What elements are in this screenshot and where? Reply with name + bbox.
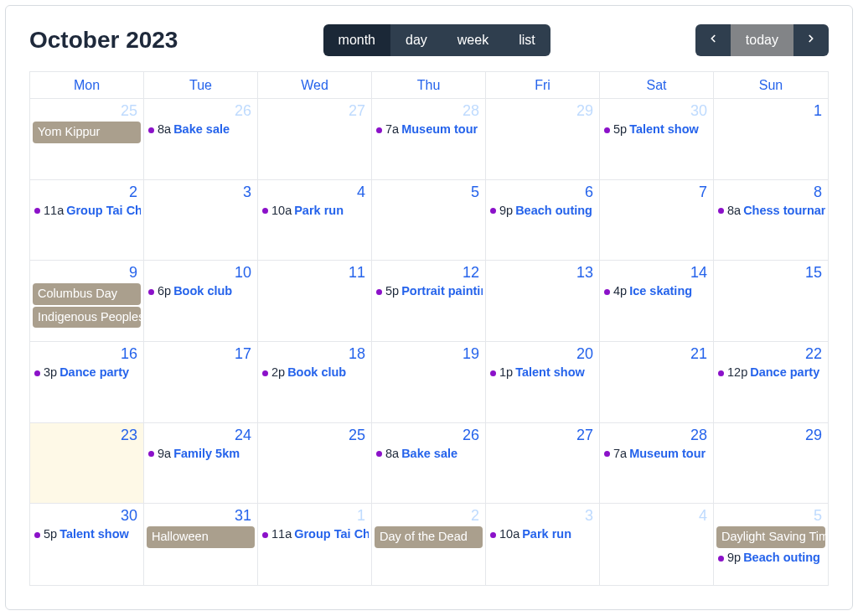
day-number[interactable]: 2: [375, 505, 483, 526]
event-timed[interactable]: 5pTalent show: [602, 122, 711, 138]
calendar-day[interactable]: 27: [258, 99, 372, 180]
calendar-day[interactable]: 23: [30, 423, 144, 505]
day-number[interactable]: 1: [261, 505, 369, 526]
calendar-day[interactable]: 125pPortrait painting: [372, 261, 486, 342]
calendar-day[interactable]: 7: [600, 180, 714, 261]
event-timed[interactable]: 2pBook club: [261, 365, 369, 381]
day-number[interactable]: 17: [147, 344, 255, 365]
calendar-day[interactable]: 25: [258, 423, 372, 505]
today-button[interactable]: today: [731, 24, 793, 56]
day-number[interactable]: 10: [147, 262, 255, 283]
calendar-day[interactable]: 27: [486, 423, 600, 505]
day-number[interactable]: 4: [602, 505, 711, 526]
event-timed[interactable]: 5pTalent show: [33, 526, 141, 543]
next-button[interactable]: [793, 24, 829, 56]
event-timed[interactable]: 7aMuseum tour: [602, 446, 711, 463]
day-number[interactable]: 18: [261, 344, 369, 365]
calendar-day[interactable]: 15: [714, 261, 828, 342]
event-timed[interactable]: 10aPark run: [261, 203, 369, 220]
calendar-day[interactable]: 11: [258, 261, 372, 342]
calendar-day[interactable]: 5: [372, 180, 486, 261]
day-number[interactable]: 26: [375, 425, 483, 446]
day-number[interactable]: 30: [602, 101, 711, 122]
calendar-day[interactable]: 3: [144, 180, 258, 261]
day-number[interactable]: 1: [716, 101, 825, 122]
day-number[interactable]: 9: [33, 262, 141, 283]
event-timed[interactable]: 6pBook club: [147, 283, 255, 300]
calendar-day[interactable]: 182pBook club: [258, 342, 372, 423]
day-number[interactable]: 31: [147, 505, 255, 526]
event-timed[interactable]: 10aPark run: [488, 526, 597, 543]
calendar-day[interactable]: 211aGroup Tai Chi: [30, 180, 144, 261]
calendar-day[interactable]: 287aMuseum tour: [600, 423, 714, 505]
event-allday[interactable]: Yom Kippur: [33, 122, 141, 143]
calendar-day[interactable]: 268aBake sale: [144, 99, 258, 180]
view-week-button[interactable]: week: [442, 24, 504, 56]
day-number[interactable]: 28: [602, 425, 711, 446]
calendar-day[interactable]: 2212pDance party: [714, 342, 828, 423]
day-number[interactable]: 3: [147, 182, 255, 203]
calendar-day[interactable]: 305pTalent show: [30, 504, 144, 585]
event-timed[interactable]: 7aMuseum tour: [375, 122, 483, 138]
event-timed[interactable]: 9pBeach outing: [716, 550, 825, 567]
day-number[interactable]: 28: [375, 101, 483, 122]
day-number[interactable]: 3: [488, 505, 597, 526]
calendar-day[interactable]: 2Day of the Dead: [372, 504, 486, 585]
calendar-day[interactable]: 144pIce skating: [600, 261, 714, 342]
event-timed[interactable]: 11aGroup Tai Chi: [261, 526, 369, 543]
calendar-day[interactable]: 249aFamily 5km: [144, 423, 258, 505]
calendar-day[interactable]: 29: [486, 99, 600, 180]
event-allday[interactable]: Indigenous Peoples' Day: [33, 307, 141, 329]
day-number[interactable]: 29: [716, 425, 825, 446]
calendar-day[interactable]: 31Halloween: [144, 504, 258, 585]
event-timed[interactable]: 9pBeach outing: [488, 203, 597, 220]
event-timed[interactable]: 9aFamily 5km: [147, 446, 255, 463]
event-allday[interactable]: Day of the Dead: [375, 526, 483, 548]
calendar-day[interactable]: 9Columbus DayIndigenous Peoples' Day: [30, 261, 144, 342]
day-number[interactable]: 21: [602, 344, 711, 365]
calendar-day[interactable]: 305pTalent show: [600, 99, 714, 180]
event-timed[interactable]: 4pIce skating: [602, 283, 711, 300]
day-number[interactable]: 30: [33, 505, 141, 526]
day-number[interactable]: 6: [488, 182, 597, 203]
calendar-day[interactable]: 163pDance party: [30, 342, 144, 423]
day-number[interactable]: 29: [488, 101, 597, 122]
event-timed[interactable]: 11aGroup Tai Chi: [33, 203, 141, 220]
calendar-day[interactable]: 21: [600, 342, 714, 423]
event-timed[interactable]: 8aChess tournament: [716, 203, 825, 220]
calendar-day[interactable]: 29: [714, 423, 828, 505]
event-timed[interactable]: 8aBake sale: [375, 446, 483, 463]
calendar-day[interactable]: 106pBook club: [144, 261, 258, 342]
calendar-day[interactable]: 201pTalent show: [486, 342, 600, 423]
event-timed[interactable]: 12pDance party: [716, 365, 825, 381]
calendar-day[interactable]: 25Yom Kippur: [30, 99, 144, 180]
day-number[interactable]: 5: [375, 182, 483, 203]
day-number[interactable]: 13: [488, 262, 597, 283]
day-number[interactable]: 19: [375, 344, 483, 365]
day-number[interactable]: 16: [33, 344, 141, 365]
event-allday[interactable]: Daylight Saving Time ends: [716, 526, 825, 548]
day-number[interactable]: 7: [602, 182, 711, 203]
day-number[interactable]: 14: [602, 262, 711, 283]
day-number[interactable]: 25: [33, 101, 141, 122]
view-month-button[interactable]: month: [323, 24, 390, 56]
day-number[interactable]: 23: [33, 425, 141, 446]
day-number[interactable]: 11: [261, 262, 369, 283]
calendar-day[interactable]: 310aPark run: [486, 504, 600, 585]
calendar-day[interactable]: 19: [372, 342, 486, 423]
view-day-button[interactable]: day: [390, 24, 442, 56]
day-number[interactable]: 22: [716, 344, 825, 365]
calendar-day[interactable]: 13: [486, 261, 600, 342]
event-allday[interactable]: Columbus Day: [33, 283, 141, 305]
day-number[interactable]: 2: [33, 182, 141, 203]
day-number[interactable]: 27: [488, 425, 597, 446]
event-timed[interactable]: 8aBake sale: [147, 122, 255, 138]
event-timed[interactable]: 3pDance party: [33, 365, 141, 381]
view-list-button[interactable]: list: [504, 24, 550, 56]
day-number[interactable]: 15: [716, 262, 825, 283]
event-timed[interactable]: 1pTalent show: [488, 365, 597, 381]
calendar-day[interactable]: 287aMuseum tour: [372, 99, 486, 180]
day-number[interactable]: 5: [716, 505, 825, 526]
event-allday[interactable]: Halloween: [147, 526, 255, 548]
calendar-day[interactable]: 88aChess tournament: [714, 180, 828, 261]
